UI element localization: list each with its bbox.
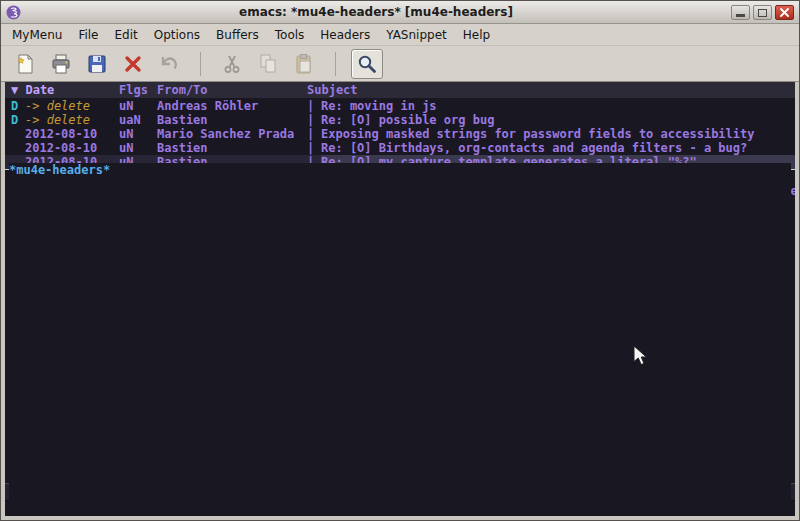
message-action: -> delete (25, 113, 115, 127)
new-file-button[interactable] (9, 49, 41, 79)
print-button[interactable] (45, 49, 77, 79)
message-subject: Exposing masked strings for password fie… (321, 127, 795, 141)
message-flags: uN (119, 127, 153, 141)
column-header-date[interactable]: ▼ Date (11, 82, 115, 98)
message-mark (11, 141, 25, 155)
thread-connector: | (307, 113, 321, 127)
message-mark: D (11, 99, 25, 113)
toolbar-separator (335, 52, 336, 76)
message-row[interactable]: 2012-08-10uNBastien|Re: [O] Birthdays, o… (5, 141, 795, 155)
message-from: Andreas Röhler (157, 99, 307, 113)
menu-buffers[interactable]: Buffers (208, 25, 267, 45)
message-flags: uN (119, 99, 153, 113)
menu-file[interactable]: File (70, 25, 106, 45)
search-button[interactable] (351, 49, 383, 79)
message-subject: Re: [O] Birthdays, org-contacts and agen… (321, 141, 795, 155)
message-date: 2012-08-10 (25, 141, 115, 155)
new-file-icon (13, 52, 37, 76)
menu-options[interactable]: Options (146, 25, 208, 45)
message-subject: Re: [O] possible org bug (321, 113, 795, 127)
minimize-button[interactable] (731, 5, 750, 20)
header-line: ▼ Date Flgs From/To Subject (5, 82, 795, 98)
maximize-button[interactable] (753, 5, 772, 20)
copy-icon (256, 52, 280, 76)
message-row[interactable]: D-> deleteuNAndreas Röhler|Re: moving in… (5, 99, 795, 113)
column-header-from[interactable]: From/To (157, 82, 307, 98)
menu-help[interactable]: Help (455, 25, 498, 45)
close-icon (779, 7, 790, 18)
toolbar (1, 46, 799, 82)
save-icon (85, 52, 109, 76)
print-icon (49, 52, 73, 76)
emacs-app-icon (6, 5, 21, 20)
buffer-area: ▼ Date Flgs From/To Subject D-> deleteuN… (5, 82, 795, 516)
message-flags: uN (119, 141, 153, 155)
column-header-flags[interactable]: Flgs (119, 82, 153, 98)
message-from: Bastien (157, 113, 307, 127)
search-icon (355, 52, 379, 76)
menu-mymenu[interactable]: MyMenu (4, 25, 70, 45)
cut-icon (220, 52, 244, 76)
menu-headers[interactable]: Headers (312, 25, 378, 45)
minimize-icon (736, 14, 745, 17)
message-row[interactable]: D-> deleteuaNBastien|Re: [O] possible or… (5, 113, 795, 127)
close-buffer-icon (121, 52, 145, 76)
mode-line: *mu4e-headers* ( 5, 0) [All/2.0k] [mu4e-… (5, 483, 795, 501)
cut-button[interactable] (216, 49, 248, 79)
menu-yasnippet[interactable]: YASnippet (378, 25, 455, 45)
message-mark: D (11, 113, 25, 127)
close-buffer-button[interactable] (117, 49, 149, 79)
toolbar-separator (200, 52, 201, 76)
emacs-window: emacs: *mu4e-headers* [mu4e-headers] MyM… (0, 0, 800, 521)
message-mark (11, 127, 25, 141)
thread-connector: | (307, 99, 321, 113)
maximize-icon (758, 9, 767, 17)
modeline-segment: *mu4e-headers* (9, 483, 791, 501)
menubar: MyMenu File Edit Options Buffers Tools H… (1, 24, 799, 46)
message-from: Bastien (157, 141, 307, 155)
undo-button[interactable] (153, 49, 185, 79)
close-button[interactable] (775, 5, 794, 20)
message-from: Mario Sanchez Prada (157, 127, 307, 141)
message-row[interactable]: 2012-08-10uNMario Sanchez Prada|Exposing… (5, 127, 795, 141)
message-date: 2012-08-10 (25, 127, 115, 141)
save-button[interactable] (81, 49, 113, 79)
paste-button[interactable] (288, 49, 320, 79)
window-title: emacs: *mu4e-headers* [mu4e-headers] (21, 5, 731, 19)
titlebar[interactable]: emacs: *mu4e-headers* [mu4e-headers] (1, 1, 799, 24)
message-action: -> delete (25, 99, 115, 113)
menu-edit[interactable]: Edit (107, 25, 146, 45)
message-subject: Re: moving in js (321, 99, 795, 113)
column-header-subject[interactable]: Subject (307, 82, 795, 98)
copy-button[interactable] (252, 49, 284, 79)
menu-tools[interactable]: Tools (267, 25, 313, 45)
paste-icon (292, 52, 316, 76)
message-flags: uaN (119, 113, 153, 127)
thread-connector: | (307, 141, 321, 155)
undo-icon (157, 52, 181, 76)
thread-connector: | (307, 127, 321, 141)
